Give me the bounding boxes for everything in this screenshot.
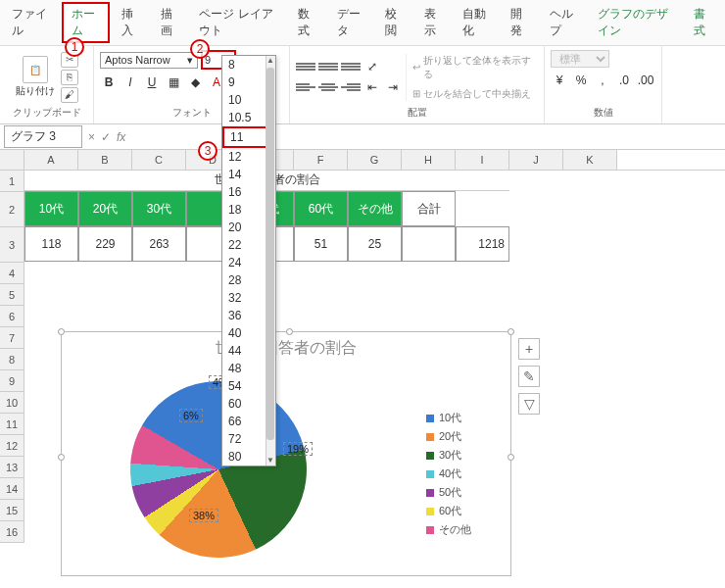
col-header[interactable]: J xyxy=(509,150,563,170)
currency-icon[interactable]: ¥ xyxy=(551,72,568,89)
col-header[interactable]: H xyxy=(402,150,456,170)
tab-file[interactable]: ファイル xyxy=(4,2,58,43)
merge-center-button[interactable]: ⊞セルを結合して中央揃え xyxy=(412,87,538,101)
row-header[interactable]: 4 xyxy=(0,263,24,284)
format-painter-icon[interactable]: 🖌 xyxy=(61,87,78,103)
scrollbar-thumb[interactable] xyxy=(266,68,274,440)
table-cell-total[interactable]: 1218 xyxy=(456,226,509,262)
row-header[interactable]: 7 xyxy=(0,327,24,349)
increase-decimal-icon[interactable]: .0 xyxy=(615,72,633,89)
scroll-down-icon[interactable]: ▼ xyxy=(266,456,274,466)
tab-review[interactable]: 校閲 xyxy=(377,2,412,43)
pie-datalabel[interactable]: 6% xyxy=(179,409,203,422)
indent-increase-icon[interactable]: ⇥ xyxy=(384,78,402,96)
comma-icon[interactable]: , xyxy=(594,72,611,89)
copy-icon[interactable]: ⎘ xyxy=(61,70,78,85)
select-all-corner[interactable] xyxy=(0,150,24,170)
table-header[interactable]: 30代 xyxy=(132,191,186,226)
tab-insert[interactable]: 挿入 xyxy=(114,2,149,43)
align-top-icon[interactable] xyxy=(296,59,315,74)
row-header[interactable]: 12 xyxy=(0,435,24,457)
chart-legend[interactable]: 10代 20代 30代 40代 50代 60代 その他 xyxy=(426,411,471,541)
row-header[interactable]: 8 xyxy=(0,349,24,370)
table-cell[interactable]: 25 xyxy=(348,226,402,262)
tab-help[interactable]: ヘルプ xyxy=(542,2,586,43)
col-header[interactable]: G xyxy=(348,150,402,170)
pie-datalabel[interactable]: 19% xyxy=(283,442,313,456)
italic-button[interactable]: I xyxy=(121,74,139,91)
font-size-dropdown[interactable]: ▲ ▼ 891010.51112141618202224283236404448… xyxy=(221,55,276,466)
align-center-icon[interactable] xyxy=(318,79,338,95)
number-format-combo[interactable]: 標準 xyxy=(551,50,609,68)
align-right-icon[interactable] xyxy=(341,79,361,95)
tab-chart-design[interactable]: グラフのデザイン xyxy=(590,2,682,43)
col-header[interactable]: C xyxy=(132,150,186,170)
decrease-decimal-icon[interactable]: .00 xyxy=(637,72,654,89)
chart-elements-button[interactable]: + xyxy=(518,338,540,360)
table-header[interactable]: 60代 xyxy=(294,191,348,226)
row-header[interactable]: 6 xyxy=(0,306,24,327)
chart-title[interactable]: 世代別回答者の割合 xyxy=(62,338,510,359)
row-header[interactable]: 9 xyxy=(0,370,24,392)
cancel-icon[interactable]: × xyxy=(88,130,95,144)
row-header[interactable]: 2 xyxy=(0,192,24,227)
tab-formulas[interactable]: 数式 xyxy=(290,2,325,43)
row-header[interactable]: 13 xyxy=(0,457,24,478)
tab-draw[interactable]: 描画 xyxy=(153,2,188,43)
tab-page-layout[interactable]: ページ レイアウト xyxy=(191,2,286,43)
table-cell[interactable]: 263 xyxy=(132,226,186,262)
table-cell[interactable]: 51 xyxy=(294,226,348,262)
enter-icon[interactable]: ✓ xyxy=(101,130,111,144)
table-header[interactable]: その他 xyxy=(348,191,402,226)
indent-decrease-icon[interactable]: ⇤ xyxy=(363,78,381,96)
resize-handle[interactable] xyxy=(286,328,293,335)
resize-handle[interactable] xyxy=(58,328,65,335)
row-header[interactable]: 3 xyxy=(0,227,24,263)
table-header[interactable]: 10代 xyxy=(24,191,78,226)
chart-filters-button[interactable]: ▽ xyxy=(518,393,540,415)
align-left-icon[interactable] xyxy=(296,79,315,95)
orientation-icon[interactable]: ⤢ xyxy=(363,58,381,75)
align-bottom-icon[interactable] xyxy=(341,59,361,74)
col-header[interactable]: I xyxy=(456,150,509,170)
tab-data[interactable]: データ xyxy=(329,2,373,43)
row-header[interactable]: 16 xyxy=(0,521,24,543)
col-header[interactable]: K xyxy=(563,150,617,170)
table-cell[interactable]: 118 xyxy=(24,226,78,262)
border-button[interactable]: ▦ xyxy=(165,74,182,91)
row-header[interactable]: 5 xyxy=(0,284,24,306)
tab-view[interactable]: 表示 xyxy=(416,2,452,43)
col-header[interactable]: A xyxy=(24,150,78,170)
fx-icon[interactable]: fx xyxy=(117,130,125,144)
name-box[interactable]: グラフ 3 xyxy=(4,125,82,148)
align-middle-icon[interactable] xyxy=(318,59,338,74)
row-header[interactable]: 14 xyxy=(0,478,24,500)
pie-chart[interactable]: 世代別回答者の割合 38% 19% 6% 4% 10代 20代 30代 40代 … xyxy=(61,331,511,576)
pie-datalabel[interactable]: 38% xyxy=(189,509,218,522)
table-header[interactable]: 合計 xyxy=(402,191,456,226)
resize-handle[interactable] xyxy=(58,454,65,461)
table-cell[interactable]: 229 xyxy=(78,226,132,262)
row-header[interactable]: 1 xyxy=(0,171,24,192)
tab-developer[interactable]: 開発 xyxy=(503,2,538,43)
tab-automate[interactable]: 自動化 xyxy=(455,2,499,43)
chart-styles-button[interactable]: ✎ xyxy=(518,366,540,387)
col-header[interactable]: B xyxy=(78,150,132,170)
paste-icon[interactable]: 📋 xyxy=(23,56,48,83)
underline-button[interactable]: U xyxy=(143,74,161,91)
col-header[interactable]: F xyxy=(294,150,348,170)
percent-icon[interactable]: % xyxy=(572,72,590,89)
resize-handle[interactable] xyxy=(508,454,514,461)
resize-handle[interactable] xyxy=(508,328,514,335)
fill-color-button[interactable]: ◆ xyxy=(186,74,204,91)
row-header[interactable]: 15 xyxy=(0,500,24,521)
scrollbar-track[interactable]: ▲ ▼ xyxy=(266,56,275,466)
row-header[interactable]: 10 xyxy=(0,392,24,414)
bold-button[interactable]: B xyxy=(100,74,118,91)
table-cell[interactable] xyxy=(402,226,456,262)
scroll-up-icon[interactable]: ▲ xyxy=(266,56,274,66)
table-header[interactable]: 20代 xyxy=(78,191,132,226)
wrap-text-button[interactable]: ↩折り返して全体を表示する xyxy=(412,54,538,81)
tab-format[interactable]: 書式 xyxy=(686,2,721,43)
row-header[interactable]: 11 xyxy=(0,414,24,435)
